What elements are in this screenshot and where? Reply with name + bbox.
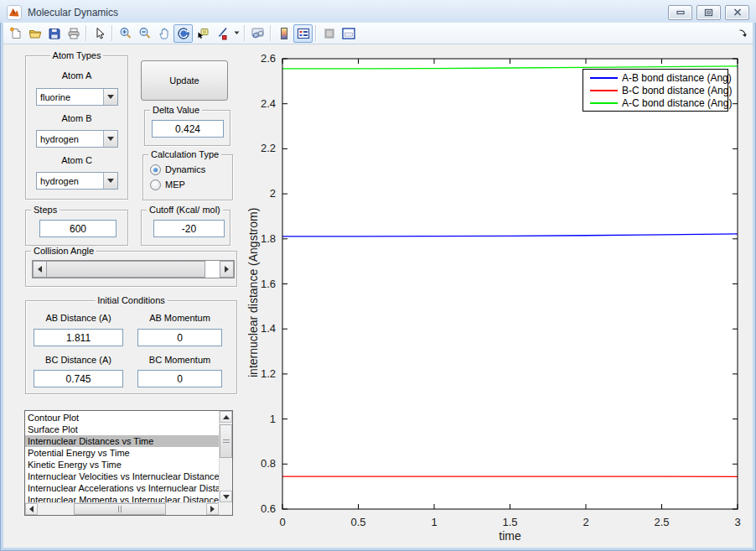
toolbar-separator bbox=[111, 25, 113, 41]
slider-left-button[interactable] bbox=[33, 261, 47, 278]
atom-b-select[interactable]: hydrogen bbox=[36, 130, 118, 148]
brush-tool-button[interactable] bbox=[212, 24, 231, 43]
calculation-type-panel: Calculation Type bbox=[142, 154, 233, 200]
svg-text:2.2: 2.2 bbox=[261, 142, 276, 154]
legend-line-sample bbox=[590, 102, 618, 104]
data-cursor-icon bbox=[196, 27, 210, 40]
collision-angle-slider[interactable] bbox=[32, 260, 235, 278]
svg-text:1.8: 1.8 bbox=[261, 232, 276, 245]
atom-c-select[interactable]: hydrogen bbox=[36, 172, 118, 190]
rotate-3d-button[interactable] bbox=[173, 24, 193, 43]
slider-right-button[interactable] bbox=[220, 261, 234, 278]
print-icon bbox=[67, 27, 80, 40]
horizontal-scroll-thumb[interactable] bbox=[74, 503, 166, 515]
cutoff-title: Cutoff (Kcal/ mol) bbox=[147, 205, 223, 216]
svg-text:0: 0 bbox=[279, 516, 285, 528]
svg-text:0.8: 0.8 bbox=[261, 457, 276, 470]
save-button[interactable] bbox=[44, 24, 64, 43]
list-item[interactable]: Internuclear Distances vs Time bbox=[25, 435, 219, 447]
scroll-right-button[interactable] bbox=[206, 503, 219, 515]
svg-text:1.2: 1.2 bbox=[261, 367, 276, 380]
bc-momentum-field[interactable] bbox=[137, 370, 222, 387]
hide-plot-tools-button[interactable] bbox=[319, 24, 339, 43]
open-file-button[interactable] bbox=[25, 24, 44, 43]
scroll-left-button[interactable] bbox=[25, 503, 38, 515]
colorbar-icon bbox=[277, 27, 291, 40]
y-axis-label: internuclear distance (Angstrom) bbox=[246, 208, 260, 377]
arrow-right-icon bbox=[225, 266, 229, 273]
collision-angle-title: Collision Angle bbox=[31, 246, 96, 257]
link-plot-button[interactable] bbox=[248, 24, 267, 43]
combo-dropdown-button[interactable] bbox=[103, 131, 117, 147]
atom-c-value: hydrogen bbox=[37, 173, 103, 189]
toolbar-overflow-icon[interactable] bbox=[738, 29, 748, 38]
minimize-button[interactable] bbox=[668, 5, 692, 20]
list-item[interactable]: Surface Plot bbox=[25, 424, 219, 435]
svg-text:2.6: 2.6 bbox=[261, 52, 276, 65]
cutoff-field[interactable] bbox=[153, 220, 225, 237]
list-item[interactable]: Potential Energy vs Time bbox=[25, 447, 219, 459]
open-folder-icon bbox=[28, 27, 42, 40]
app-window: Molecular Dynamics bbox=[0, 0, 756, 551]
atom-a-label: Atom A bbox=[25, 70, 128, 81]
vertical-scrollbar[interactable] bbox=[219, 411, 232, 502]
print-button[interactable] bbox=[64, 24, 83, 43]
atom-c-label: Atom C bbox=[25, 155, 128, 165]
dock-figure-button[interactable] bbox=[339, 24, 358, 43]
svg-text:1.4: 1.4 bbox=[261, 322, 276, 335]
atom-a-value: fluorine bbox=[37, 89, 103, 105]
plot-type-listbox[interactable]: Contour Plot Surface Plot Internuclear D… bbox=[24, 410, 233, 516]
thumb-grip bbox=[118, 506, 122, 512]
combo-dropdown-button[interactable] bbox=[103, 173, 117, 189]
bc-momentum-label: BC Momentum bbox=[137, 355, 222, 365]
zoom-out-button[interactable] bbox=[135, 24, 154, 43]
figure-canvas: 00.511.522.530.60.811.21.41.61.822.22.42… bbox=[3, 44, 753, 548]
new-file-icon bbox=[9, 27, 23, 40]
vertical-scroll-thumb[interactable] bbox=[220, 424, 232, 458]
slider-thumb[interactable] bbox=[46, 261, 205, 278]
radio-icon bbox=[150, 179, 161, 190]
restore-button[interactable] bbox=[696, 5, 721, 20]
delta-value-field[interactable] bbox=[152, 120, 224, 138]
close-icon bbox=[733, 8, 742, 16]
steps-field[interactable] bbox=[39, 220, 117, 237]
update-button[interactable]: Update bbox=[141, 60, 228, 101]
arrow-down-icon bbox=[223, 495, 230, 499]
pointer-tool-button[interactable] bbox=[90, 24, 109, 43]
ab-distance-field[interactable] bbox=[34, 329, 123, 346]
toolbar-separator bbox=[244, 25, 246, 41]
pointer-icon bbox=[93, 27, 106, 40]
list-item[interactable]: Internuclear Accelerations vs Internucle… bbox=[25, 482, 219, 494]
combo-dropdown-button[interactable] bbox=[103, 89, 117, 105]
restore-icon bbox=[704, 8, 713, 17]
brush-dropdown-button[interactable] bbox=[231, 24, 241, 43]
scroll-up-button[interactable] bbox=[220, 411, 232, 423]
ab-momentum-label: AB Momentum bbox=[137, 313, 222, 323]
horizontal-scrollbar[interactable] bbox=[25, 502, 219, 515]
zoom-in-button[interactable] bbox=[116, 24, 135, 43]
atom-a-select[interactable]: fluorine bbox=[36, 88, 118, 106]
plot-legend[interactable]: A-B bond distance (Ang) B-C bond distanc… bbox=[583, 69, 728, 112]
pan-tool-button[interactable] bbox=[154, 24, 173, 43]
zoom-out-icon bbox=[138, 27, 152, 40]
arrow-right-icon bbox=[210, 506, 215, 512]
bc-distance-field[interactable] bbox=[34, 370, 123, 387]
close-button[interactable] bbox=[725, 5, 749, 20]
data-cursor-button[interactable] bbox=[193, 24, 212, 43]
radio-dynamics[interactable]: Dynamics bbox=[150, 164, 205, 175]
list-item[interactable]: Kinetic Energy vs Time bbox=[25, 459, 219, 470]
list-item[interactable]: Contour Plot bbox=[25, 412, 219, 424]
delta-value-title: Delta Value bbox=[150, 105, 202, 116]
insert-legend-button[interactable] bbox=[293, 24, 313, 43]
new-file-button[interactable] bbox=[6, 24, 25, 43]
ab-momentum-field[interactable] bbox=[137, 329, 222, 346]
rotate-3d-icon bbox=[177, 27, 190, 40]
legend-label: A-C bond distance (Ang) bbox=[622, 97, 732, 109]
atom-types-panel-title: Atom Types bbox=[50, 50, 104, 61]
radio-mep[interactable]: MEP bbox=[150, 179, 185, 190]
svg-text:2: 2 bbox=[583, 516, 588, 528]
list-item[interactable]: Internuclear Velocities vs Internuclear … bbox=[25, 470, 219, 482]
toolbar-separator bbox=[270, 25, 272, 41]
scroll-down-button[interactable] bbox=[220, 491, 232, 502]
insert-colorbar-button[interactable] bbox=[274, 24, 293, 43]
